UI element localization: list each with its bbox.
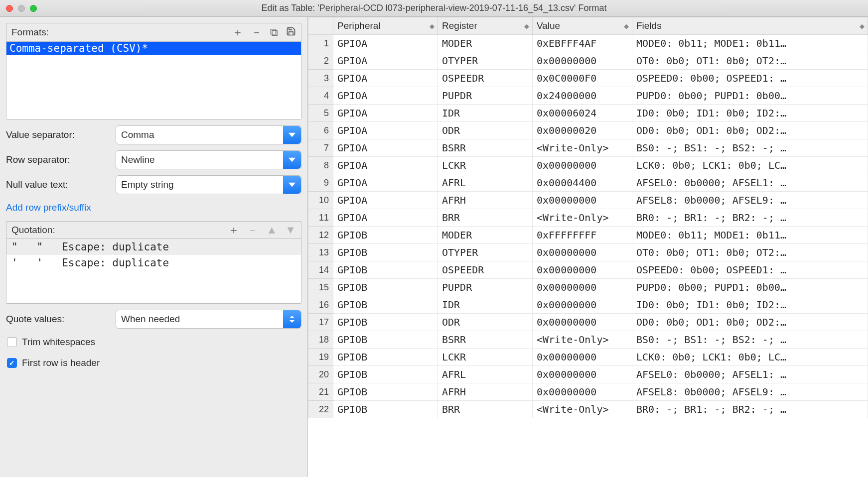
cell-r[interactable]: BRR bbox=[438, 209, 533, 227]
cell-p[interactable]: GPIOA bbox=[333, 70, 438, 87]
table-row[interactable]: 3GPIOAOSPEEDR0x0C0000F0OSPEED0: 0b00; OS… bbox=[308, 70, 868, 87]
row-number[interactable]: 3 bbox=[308, 70, 333, 87]
first-row-header-checkbox[interactable] bbox=[7, 358, 17, 368]
cell-v[interactable]: 0x00000000 bbox=[533, 192, 632, 209]
cell-v[interactable]: 0x00000000 bbox=[533, 383, 632, 401]
cell-f[interactable]: BS0: -; BS1: -; BS2: -; … bbox=[632, 139, 868, 157]
cell-v[interactable]: 0x00004400 bbox=[533, 174, 632, 192]
row-number[interactable]: 16 bbox=[308, 296, 333, 314]
row-number[interactable]: 20 bbox=[308, 366, 333, 383]
row-number[interactable]: 13 bbox=[308, 244, 333, 261]
cell-p[interactable]: GPIOA bbox=[333, 87, 438, 105]
cell-f[interactable]: PUPD0: 0b00; PUPD1: 0b00… bbox=[632, 279, 868, 296]
cell-p[interactable]: GPIOB bbox=[333, 349, 438, 366]
cell-v[interactable]: 0x00000000 bbox=[533, 366, 632, 383]
row-number[interactable]: 10 bbox=[308, 192, 333, 209]
cell-r[interactable]: OSPEEDR bbox=[438, 70, 533, 87]
cell-v[interactable]: <Write-Only> bbox=[533, 331, 632, 349]
cell-f[interactable]: OT0: 0b0; OT1: 0b0; OT2:… bbox=[632, 52, 868, 70]
cell-r[interactable]: BRR bbox=[438, 401, 533, 418]
cell-v[interactable]: 0x00000000 bbox=[533, 244, 632, 261]
quote-values-dropdown[interactable]: When needed bbox=[116, 310, 301, 329]
cell-v[interactable]: 0x00000000 bbox=[533, 314, 632, 331]
cell-r[interactable]: IDR bbox=[438, 296, 533, 314]
cell-p[interactable]: GPIOB bbox=[333, 383, 438, 401]
add-quotation-icon[interactable]: ＋ bbox=[228, 225, 239, 236]
row-number-header[interactable] bbox=[308, 17, 333, 35]
table-row[interactable]: 10GPIOAAFRH0x00000000AFSEL8: 0b0000; AFS… bbox=[308, 192, 868, 209]
cell-r[interactable]: ODR bbox=[438, 314, 533, 331]
table-row[interactable]: 17GPIOBODR0x00000000OD0: 0b0; OD1: 0b0; … bbox=[308, 314, 868, 331]
cell-v[interactable]: 0x00006024 bbox=[533, 105, 632, 122]
trim-whitespaces-checkbox[interactable] bbox=[7, 337, 17, 347]
cell-f[interactable]: AFSEL0: 0b0000; AFSEL1: … bbox=[632, 174, 868, 192]
cell-f[interactable]: BR0: -; BR1: -; BR2: -; … bbox=[632, 209, 868, 227]
row-number[interactable]: 5 bbox=[308, 105, 333, 122]
cell-v[interactable]: 0x00000000 bbox=[533, 279, 632, 296]
value-separator-dropdown[interactable]: Comma bbox=[116, 125, 301, 144]
cell-p[interactable]: GPIOB bbox=[333, 366, 438, 383]
table-row[interactable]: 22GPIOBBRR<Write-Only>BR0: -; BR1: -; BR… bbox=[308, 401, 868, 418]
column-header-fields[interactable]: Fields◆ bbox=[632, 17, 868, 35]
row-number[interactable]: 22 bbox=[308, 401, 333, 418]
table-row[interactable]: 9GPIOAAFRL0x00004400AFSEL0: 0b0000; AFSE… bbox=[308, 174, 868, 192]
cell-r[interactable]: ODR bbox=[438, 122, 533, 139]
table-row[interactable]: 8GPIOALCKR0x00000000LCK0: 0b0; LCK1: 0b0… bbox=[308, 157, 868, 174]
cell-v[interactable]: 0x00000000 bbox=[533, 261, 632, 279]
sort-icon[interactable]: ◆ bbox=[860, 22, 864, 30]
row-number[interactable]: 7 bbox=[308, 139, 333, 157]
quotation-list[interactable]: " " Escape: duplicate ' ' Escape: duplic… bbox=[6, 238, 301, 303]
cell-r[interactable]: AFRL bbox=[438, 174, 533, 192]
cell-r[interactable]: OTYPER bbox=[438, 244, 533, 261]
table-row[interactable]: 15GPIOBPUPDR0x00000000PUPD0: 0b00; PUPD1… bbox=[308, 279, 868, 296]
cell-r[interactable]: MODER bbox=[438, 35, 533, 52]
copy-format-icon[interactable]: ⧉ bbox=[270, 27, 278, 38]
table-row[interactable]: 16GPIOBIDR0x00000000ID0: 0b0; ID1: 0b0; … bbox=[308, 296, 868, 314]
add-row-prefix-suffix-link[interactable]: Add row prefix/suffix bbox=[6, 200, 301, 215]
cell-v[interactable]: 0x00000000 bbox=[533, 296, 632, 314]
cell-p[interactable]: GPIOB bbox=[333, 227, 438, 244]
row-number[interactable]: 21 bbox=[308, 383, 333, 401]
cell-p[interactable]: GPIOA bbox=[333, 157, 438, 174]
table-row[interactable]: 6GPIOAODR0x00000020OD0: 0b0; OD1: 0b0; O… bbox=[308, 122, 868, 139]
cell-f[interactable]: OSPEED0: 0b00; OSPEED1: … bbox=[632, 261, 868, 279]
formats-list[interactable]: Comma-separated (CSV)* bbox=[6, 41, 301, 119]
cell-f[interactable]: LCK0: 0b0; LCK1: 0b0; LC… bbox=[632, 349, 868, 366]
cell-p[interactable]: GPIOA bbox=[333, 139, 438, 157]
cell-r[interactable]: PUPDR bbox=[438, 87, 533, 105]
row-separator-dropdown[interactable]: Newline bbox=[116, 150, 301, 169]
cell-f[interactable]: OT0: 0b0; OT1: 0b0; OT2:… bbox=[632, 244, 868, 261]
cell-r[interactable]: LCKR bbox=[438, 157, 533, 174]
cell-p[interactable]: GPIOA bbox=[333, 122, 438, 139]
cell-r[interactable]: AFRL bbox=[438, 366, 533, 383]
quotation-row[interactable]: ' ' Escape: duplicate bbox=[6, 255, 301, 271]
column-header-value[interactable]: Value◆ bbox=[533, 17, 632, 35]
cell-f[interactable]: MODE0: 0b11; MODE1: 0b11… bbox=[632, 227, 868, 244]
cell-p[interactable]: GPIOA bbox=[333, 192, 438, 209]
chevron-down-icon[interactable] bbox=[283, 176, 301, 194]
chevron-down-icon[interactable] bbox=[283, 151, 301, 169]
quotation-row[interactable]: " " Escape: duplicate bbox=[6, 239, 301, 255]
cell-r[interactable]: PUPDR bbox=[438, 279, 533, 296]
row-number[interactable]: 4 bbox=[308, 87, 333, 105]
chevron-down-icon[interactable] bbox=[283, 126, 301, 144]
add-format-icon[interactable]: ＋ bbox=[232, 27, 243, 38]
table-row[interactable]: 5GPIOAIDR0x00006024ID0: 0b0; ID1: 0b0; I… bbox=[308, 105, 868, 122]
cell-v[interactable]: 0xFFFFFFFF bbox=[533, 227, 632, 244]
cell-f[interactable]: OD0: 0b0; OD1: 0b0; OD2:… bbox=[632, 314, 868, 331]
table-row[interactable]: 19GPIOBLCKR0x00000000LCK0: 0b0; LCK1: 0b… bbox=[308, 349, 868, 366]
cell-f[interactable]: OSPEED0: 0b00; OSPEED1: … bbox=[632, 70, 868, 87]
sort-icon[interactable]: ◆ bbox=[430, 22, 434, 30]
cell-v[interactable]: 0x24000000 bbox=[533, 87, 632, 105]
cell-r[interactable]: IDR bbox=[438, 105, 533, 122]
table-row[interactable]: 11GPIOABRR<Write-Only>BR0: -; BR1: -; BR… bbox=[308, 209, 868, 227]
row-number[interactable]: 12 bbox=[308, 227, 333, 244]
row-number[interactable]: 11 bbox=[308, 209, 333, 227]
cell-p[interactable]: GPIOB bbox=[333, 401, 438, 418]
formats-item-csv[interactable]: Comma-separated (CSV)* bbox=[6, 42, 301, 55]
cell-r[interactable]: BSRR bbox=[438, 331, 533, 349]
null-value-dropdown[interactable]: Empty string bbox=[116, 175, 301, 194]
cell-p[interactable]: GPIOB bbox=[333, 244, 438, 261]
cell-p[interactable]: GPIOA bbox=[333, 35, 438, 52]
column-header-peripheral[interactable]: Peripheral◆ bbox=[333, 17, 438, 35]
